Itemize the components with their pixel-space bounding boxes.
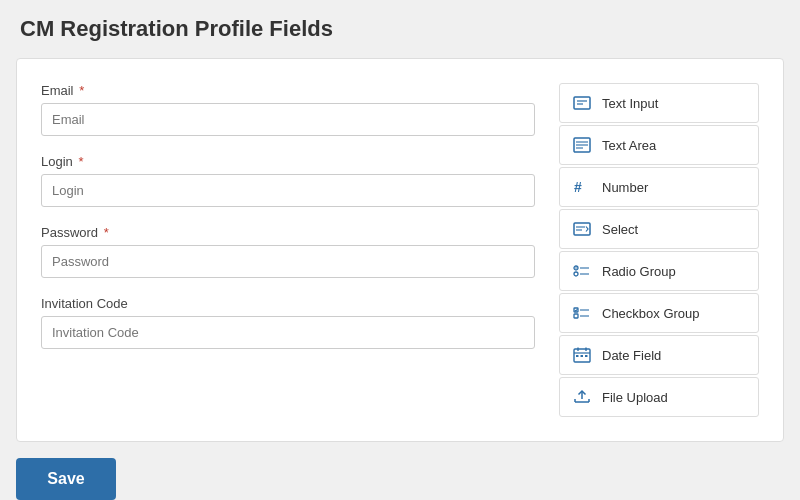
sidebar-item-date-field[interactable]: Date Field xyxy=(559,335,759,375)
svg-point-12 xyxy=(575,267,577,269)
sidebar-label-radio-group: Radio Group xyxy=(602,264,676,279)
field-group-login: Login * xyxy=(41,154,535,207)
radio-group-icon xyxy=(572,261,592,281)
text-input-icon xyxy=(572,93,592,113)
svg-rect-25 xyxy=(581,355,584,357)
sidebar-label-text-area: Text Area xyxy=(602,138,656,153)
checkbox-group-icon xyxy=(572,303,592,323)
input-password[interactable] xyxy=(41,245,535,278)
sidebar-label-date-field: Date Field xyxy=(602,348,661,363)
sidebar-item-radio-group[interactable]: Radio Group xyxy=(559,251,759,291)
label-login: Login * xyxy=(41,154,535,169)
svg-rect-26 xyxy=(585,355,588,357)
field-group-password: Password * xyxy=(41,225,535,278)
sidebar-label-file-upload: File Upload xyxy=(602,390,668,405)
date-field-icon xyxy=(572,345,592,365)
input-login[interactable] xyxy=(41,174,535,207)
sidebar-label-checkbox-group: Checkbox Group xyxy=(602,306,700,321)
required-star-email: * xyxy=(76,83,85,98)
sidebar-item-text-input[interactable]: Text Input xyxy=(559,83,759,123)
form-area: Email *Login *Password *Invitation Code xyxy=(41,83,535,417)
svg-rect-18 xyxy=(574,314,578,318)
text-area-icon xyxy=(572,135,592,155)
sidebar-item-text-area[interactable]: Text Area xyxy=(559,125,759,165)
sidebar-label-select: Select xyxy=(602,222,638,237)
required-star-login: * xyxy=(75,154,84,169)
main-card: Email *Login *Password *Invitation Code … xyxy=(16,58,784,442)
svg-rect-24 xyxy=(576,355,579,357)
required-star-password: * xyxy=(100,225,109,240)
save-button[interactable]: Save xyxy=(16,458,116,500)
field-group-email: Email * xyxy=(41,83,535,136)
select-icon xyxy=(572,219,592,239)
svg-point-14 xyxy=(574,272,578,276)
label-password: Password * xyxy=(41,225,535,240)
sidebar-label-number: Number xyxy=(602,180,648,195)
page-title: CM Registration Profile Fields xyxy=(16,16,333,42)
sidebar-item-file-upload[interactable]: File Upload xyxy=(559,377,759,417)
input-invitation_code[interactable] xyxy=(41,316,535,349)
sidebar-item-select[interactable]: Select xyxy=(559,209,759,249)
sidebar: Text Input Text Area # Number Select Rad… xyxy=(559,83,759,417)
sidebar-item-number[interactable]: # Number xyxy=(559,167,759,207)
svg-rect-0 xyxy=(574,97,590,109)
field-group-invitation_code: Invitation Code xyxy=(41,296,535,349)
file-upload-icon xyxy=(572,387,592,407)
svg-text:#: # xyxy=(574,179,582,195)
sidebar-item-checkbox-group[interactable]: Checkbox Group xyxy=(559,293,759,333)
label-invitation_code: Invitation Code xyxy=(41,296,535,311)
number-icon: # xyxy=(572,177,592,197)
label-email: Email * xyxy=(41,83,535,98)
input-email[interactable] xyxy=(41,103,535,136)
sidebar-label-text-input: Text Input xyxy=(602,96,658,111)
